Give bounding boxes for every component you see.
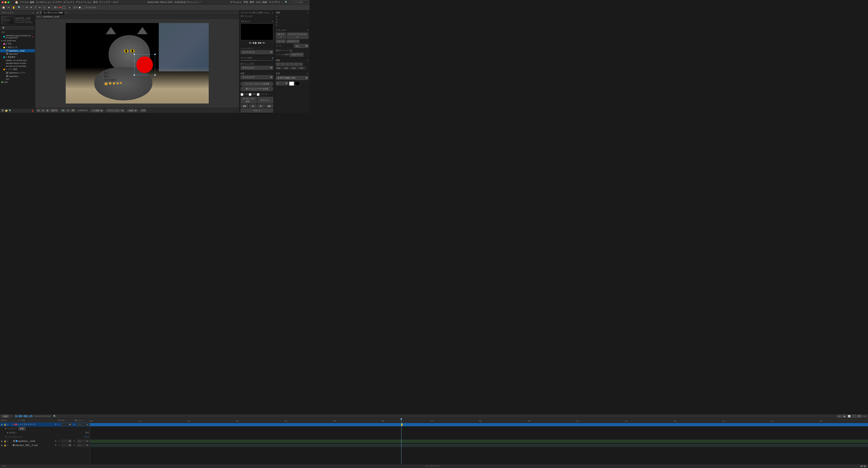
- tree-item-iran[interactable]: ▼ イラン素材: [0, 68, 35, 71]
- shape-tool[interactable]: ⬠: [42, 6, 46, 9]
- project-panel-menu-icon[interactable]: ≡: [33, 11, 34, 14]
- viewer-ctrl-camera[interactable]: 📷: [61, 109, 65, 112]
- range-select[interactable]: ワークエリア: [241, 75, 273, 79]
- comp-tab-liqid[interactable]: コンポジション Liqid: [41, 10, 65, 15]
- set-target-btn[interactable]: ターゲットを設定...: [241, 97, 256, 104]
- align-middle-btn[interactable]: ⬛: [294, 63, 298, 66]
- expand-workspaces-icon[interactable]: »: [282, 1, 283, 3]
- font-color-black[interactable]: [295, 82, 300, 86]
- tree-item-null-item[interactable]: null: [0, 78, 35, 81]
- shortcut-select[interactable]: スペースバー: [241, 50, 273, 54]
- tree-item-buhin[interactable]: ▼ 部品コンポ: [0, 46, 35, 49]
- reference-frame-btn[interactable]: リファレンスフレームを作成: [241, 82, 273, 86]
- rotate-tool[interactable]: ↺: [25, 6, 29, 9]
- track-btn[interactable]: トラック: [276, 40, 285, 43]
- steps-menu[interactable]: ≡: [307, 59, 308, 61]
- brush-tool[interactable]: ✏: [38, 6, 42, 9]
- stabilize2-btn[interactable]: スタビライズ: [289, 53, 304, 57]
- viewer-ctrl-exposure[interactable]: +0.0: [140, 109, 146, 112]
- expand-arrow-douga[interactable]: ▼: [6, 56, 7, 58]
- stroke-color-box[interactable]: [62, 6, 65, 9]
- font-family-select[interactable]: A-OTF UD新ゴ Pro: [276, 76, 308, 80]
- red-circle-container[interactable]: [134, 54, 155, 75]
- size-input[interactable]: [66, 6, 72, 9]
- expand-arrow-null[interactable]: ▶: [1, 40, 2, 42]
- help-search-input[interactable]: [289, 0, 308, 4]
- new-item-icon[interactable]: 🎬: [1, 109, 4, 112]
- menu-item-layer[interactable]: レイヤー: [53, 1, 62, 4]
- menu-item-window[interactable]: ウィンドウ: [99, 1, 110, 4]
- font-style-select[interactable]: L: [276, 81, 288, 85]
- handle-br[interactable]: [154, 75, 156, 76]
- viewer-ctrl-3d[interactable]: ⊠: [45, 109, 49, 112]
- options-btn[interactable]: オプション: [257, 97, 273, 104]
- delete-icon[interactable]: 🗑: [31, 110, 34, 112]
- align-top-btn[interactable]: ⬛: [289, 63, 294, 66]
- tracker-workspace-btn[interactable]: ワークスペースドライズ: [287, 33, 308, 39]
- viewer-ctrl-snapshot[interactable]: 📸: [71, 109, 75, 112]
- zoom-tool[interactable]: 🔍: [17, 6, 22, 9]
- method-select[interactable]: オブジェクト: [241, 66, 273, 70]
- workspace-default[interactable]: デフォルト: [230, 1, 242, 4]
- menu-item-edit[interactable]: 編集: [30, 1, 34, 4]
- pen-tool[interactable]: ✒: [29, 6, 33, 9]
- tree-item-logo-motion[interactable]: 🎬 logoMotion: [0, 75, 35, 78]
- expand-arrow-buhin[interactable]: ▼: [6, 47, 7, 48]
- prev-frame-btn[interactable]: ⏮: [249, 41, 251, 44]
- project-search-input[interactable]: [1, 26, 34, 30]
- viewer-ctrl-reset[interactable]: ⟳: [66, 109, 70, 112]
- workspace-small[interactable]: 小さい画面: [256, 1, 267, 4]
- paint-color-btn[interactable]: [59, 7, 62, 8]
- tree-item-logomotion[interactable]: 🎬 logomotion: [0, 52, 35, 55]
- font-menu[interactable]: ≡: [307, 72, 308, 75]
- viewer-ctrl-zoom[interactable]: 100 %: [50, 109, 58, 112]
- workspace-library[interactable]: ライブラリ: [269, 1, 280, 4]
- alpha-slider[interactable]: [241, 60, 273, 61]
- close-button[interactable]: [2, 1, 4, 3]
- tree-item-videoblocks[interactable]: videoblocks-grey-shorthair-cat-on-a-grey…: [0, 34, 35, 39]
- tracker-color-btn[interactable]: 4D カラー: [276, 33, 286, 39]
- font-color-white[interactable]: [289, 82, 294, 86]
- scale-checkbox[interactable]: [257, 93, 259, 96]
- next-frame-btn[interactable]: ⏭: [262, 41, 265, 44]
- menu-item-home[interactable]: 🏠: [15, 1, 18, 4]
- play-back-btn[interactable]: ◀: [252, 41, 254, 44]
- play-fwd-btn[interactable]: ▶▶: [258, 41, 262, 44]
- tree-item-video1[interactable]: videobl...an-cat-licks-and-cleans-the-fu: [0, 59, 35, 62]
- tree-item-adorable[interactable]: adorable-kittens-on-white-background-: [0, 62, 35, 65]
- padding-left-input[interactable]: [299, 66, 306, 69]
- align-right-btn[interactable]: ⬛: [285, 63, 289, 66]
- align-bottom-btn[interactable]: ⬛: [299, 63, 303, 66]
- padding-bottom-input[interactable]: [291, 66, 299, 69]
- tab-left-arrow[interactable]: ◀: [36, 11, 38, 14]
- analyze-single-fwd-btn[interactable]: ▶: [257, 104, 265, 108]
- analyze-single-back-btn[interactable]: ◀: [249, 104, 256, 108]
- viewer-view-select[interactable]: 1画面: [127, 109, 137, 112]
- star-tool[interactable]: ★: [47, 6, 51, 9]
- tree-item-null-anime[interactable]: ▶ null_anime.aep: [0, 39, 35, 42]
- home-tool[interactable]: 🏠: [1, 6, 6, 9]
- position-checkbox[interactable]: [241, 93, 243, 96]
- comp-nav-null[interactable]: null: [36, 16, 40, 18]
- expand-arrow-plane[interactable]: ▶: [6, 43, 7, 45]
- rotation-checkbox[interactable]: [249, 93, 251, 96]
- viewer-region-select[interactable]: アクティブカ...: [106, 109, 124, 112]
- analyze-fwd-btn[interactable]: ▶▶: [266, 104, 273, 108]
- tracker-panel-menu[interactable]: ≡: [272, 11, 273, 14]
- search-icon[interactable]: 🔍: [9, 109, 11, 112]
- viewer-ctrl-mask[interactable]: ⊡: [41, 109, 45, 112]
- handle-tl[interactable]: [134, 54, 135, 55]
- tree-item-liqid[interactable]: Liqid: [0, 81, 35, 84]
- reset-btn[interactable]: リセット: [241, 109, 273, 112]
- handle-bl[interactable]: [134, 75, 135, 76]
- comp-nav-current[interactable]: logoMotion_small: [43, 16, 59, 18]
- padding-top-input[interactable]: [276, 66, 283, 69]
- preview-menu-icon[interactable]: ≡: [272, 20, 273, 23]
- tree-item-logo-layer[interactable]: 🎬 logoMotionレイヤー: [0, 71, 35, 75]
- menu-item-undo[interactable]: ファイル: [20, 1, 29, 4]
- comp-tab-close[interactable]: ✕: [65, 11, 67, 14]
- undo-tool[interactable]: ↩: [7, 6, 10, 9]
- source-select[interactable]: なし: [294, 44, 308, 48]
- maximize-button[interactable]: [7, 1, 9, 3]
- menu-item-anim[interactable]: アニメーション: [76, 1, 92, 4]
